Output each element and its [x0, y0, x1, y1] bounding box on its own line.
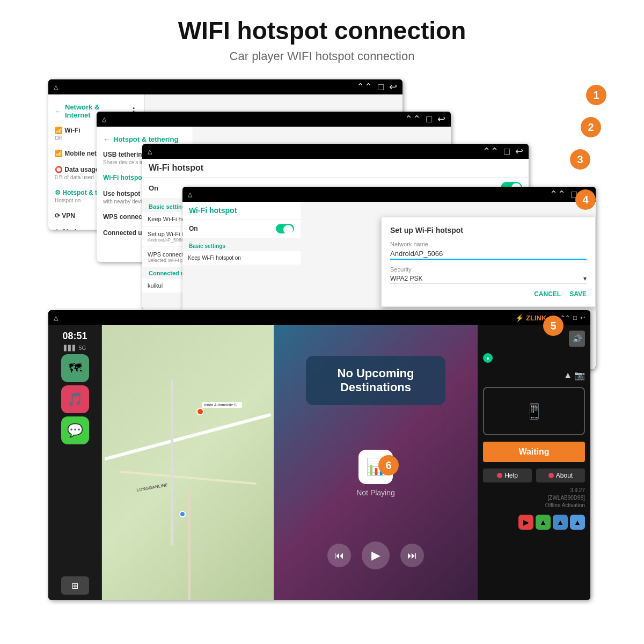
- back-icon2: ↩: [437, 113, 445, 125]
- home-icon: △: [54, 84, 58, 91]
- back-icon3: ↩: [515, 145, 523, 157]
- network-input[interactable]: [390, 248, 587, 260]
- up-arrow-icon[interactable]: ▲: [564, 370, 572, 380]
- back5: ↩: [580, 314, 585, 321]
- network-label: Network name: [390, 241, 587, 247]
- right-icon-row: 🔊: [483, 331, 585, 347]
- dialog-title: Set up Wi-Fi hotspot: [390, 226, 587, 235]
- wifi-toggle4[interactable]: [276, 224, 294, 233]
- screenshots-area: △ ⌃⌃ □ ↩ ← Network & Internet ⋮ 📶 Wi-Fi: [48, 79, 596, 605]
- nav-arrows1: ⌃⌃ □ ↩: [356, 81, 397, 93]
- window-icon3: □: [504, 146, 510, 157]
- play-button[interactable]: ▶: [362, 541, 390, 569]
- badge3: 3: [570, 149, 590, 170]
- carplay-center: No Upcoming Destinations 📊 Not Playing ⏮…: [274, 325, 478, 600]
- signal-area: ▋▋▋ 5G: [64, 345, 86, 351]
- forward-button[interactable]: ⏭: [400, 544, 424, 567]
- toggle-label4: On: [189, 225, 198, 232]
- statusbar4: △ ⌃⌃ □ ↩: [182, 187, 596, 202]
- waiting-button[interactable]: Waiting: [483, 442, 585, 462]
- dialog-actions: CANCEL SAVE: [390, 290, 587, 298]
- road3: [171, 380, 173, 545]
- screen5: △ ⚡ ZLINK ⌃⌃ □ ↩ 08:51 ▋▋▋ 5G 🗺: [48, 310, 590, 600]
- toggle-label: On: [149, 184, 158, 192]
- nav-arrows3: ⌃⌃ □ ↩: [482, 145, 523, 157]
- arrow-up-icon3: ⌃⌃: [482, 145, 499, 157]
- phone-icon: 📱: [525, 402, 544, 420]
- statusbar2: △ ⌃⌃ □ ↩: [97, 112, 451, 127]
- zlink-top-logo: ⚡ ZLINK: [515, 314, 546, 322]
- security-label: Security: [390, 266, 587, 273]
- android-auto-icon[interactable]: ▲: [536, 515, 551, 530]
- signal-bars: ▋▋▋: [64, 345, 77, 351]
- statusbar1: △ ⌃⌃ □ ↩: [48, 79, 402, 94]
- window5: □: [573, 314, 577, 321]
- music-icon[interactable]: 🎵: [61, 385, 89, 413]
- main-title: WIFI hotspot connection: [178, 16, 466, 45]
- badge5: 5: [543, 316, 564, 336]
- basic-settings4: Basic settings: [182, 241, 301, 251]
- volume-icon[interactable]: 🔊: [569, 331, 585, 347]
- about-dot: [548, 473, 554, 478]
- statusbar5: △ ⚡ ZLINK ⌃⌃ □ ↩: [48, 310, 590, 325]
- badge4: 4: [575, 189, 596, 210]
- arrow-up-icon4: ⌃⌃: [550, 188, 566, 200]
- nav-arrows-right: ▲ 📷: [483, 370, 585, 380]
- carplay-time: 08:51: [62, 331, 87, 342]
- carplay-map: Xinda Automobile S... LONGGANLINE: [102, 325, 274, 600]
- phone-preview: 📱: [483, 387, 585, 435]
- cancel-button[interactable]: CANCEL: [534, 290, 561, 298]
- home-icon5: △: [54, 314, 58, 321]
- messages-icon[interactable]: 💬: [61, 416, 89, 444]
- map-marker: [196, 408, 204, 415]
- badge6: 6: [378, 455, 399, 475]
- statusbar3: △ ⌃⌃ □ ↩: [142, 144, 529, 159]
- version-info: 3.9.27[ZWLAB90D98]Offline Activation: [483, 487, 585, 509]
- carplay-sidebar: 08:51 ▋▋▋ 5G 🗺 🎵 💬 ⊞: [48, 325, 102, 600]
- wifi-hotspot-title4: Wi-Fi hotspot: [182, 202, 301, 219]
- security-select[interactable]: WPA2 PSK ▾: [390, 274, 587, 284]
- carplay-icon[interactable]: ▲: [553, 515, 568, 530]
- rewind-button[interactable]: ⏮: [327, 544, 351, 567]
- no-dest-text: No Upcoming Destinations: [338, 367, 414, 394]
- grid-button[interactable]: ⊞: [61, 576, 89, 595]
- window-icon: □: [378, 82, 384, 93]
- keep-row4[interactable]: Keep Wi-Fi hotspot on: [182, 251, 301, 265]
- nav-dots: ●: [483, 353, 585, 363]
- save-button[interactable]: SAVE: [569, 290, 587, 298]
- home-icon3: △: [148, 148, 152, 155]
- carplay-right-panel: 🔊 ● ▲ 📷 📱 Waiting: [478, 325, 590, 600]
- camera-icon[interactable]: 📷: [574, 370, 585, 380]
- page: WIFI hotspot connection Car player WIFI …: [0, 0, 644, 644]
- window-icon2: □: [426, 114, 432, 125]
- help-button[interactable]: Help: [483, 469, 532, 482]
- map-label-xinda: Xinda Automobile S...: [202, 402, 242, 408]
- help-dot: [497, 473, 502, 478]
- badge2: 2: [581, 117, 601, 137]
- nav-arrows2: ⌃⌃ □ ↩: [405, 113, 445, 125]
- setup-dialog: Set up Wi-Fi hotspot Network name Securi…: [381, 217, 596, 307]
- not-playing-label: Not Playing: [356, 488, 395, 497]
- road4: [188, 490, 191, 600]
- back-icon: ↩: [389, 81, 397, 93]
- signal-type: 5G: [79, 345, 86, 351]
- arrow-up-icon2: ⌃⌃: [405, 113, 421, 125]
- sub-title: Car player WIFI hotspot connection: [230, 49, 415, 63]
- badge1: 1: [586, 85, 606, 105]
- home-icon4: △: [188, 191, 192, 198]
- maps-icon[interactable]: 🗺: [61, 354, 89, 382]
- maps-app-icon[interactable]: ▲: [570, 515, 585, 530]
- bottom-app-icons: ▶ ▲ ▲ ▲: [483, 515, 585, 530]
- wifi-hotspot-section-title: Wi-Fi hotspot: [142, 159, 529, 178]
- home-icon2: △: [102, 116, 106, 123]
- green-dot: ●: [483, 353, 493, 363]
- arrow-up-icon: ⌃⌃: [356, 81, 372, 93]
- help-about-row: Help About: [483, 469, 585, 482]
- back-arrow-icon: ←: [55, 107, 62, 115]
- youtube-icon[interactable]: ▶: [518, 515, 533, 530]
- about-button[interactable]: About: [536, 469, 585, 482]
- back-arrow-icon2: ←: [103, 135, 110, 143]
- screen5-content: 08:51 ▋▋▋ 5G 🗺 🎵 💬 ⊞: [48, 325, 590, 600]
- no-dest-box: No Upcoming Destinations: [306, 356, 445, 405]
- toggle-row4: On: [182, 219, 301, 238]
